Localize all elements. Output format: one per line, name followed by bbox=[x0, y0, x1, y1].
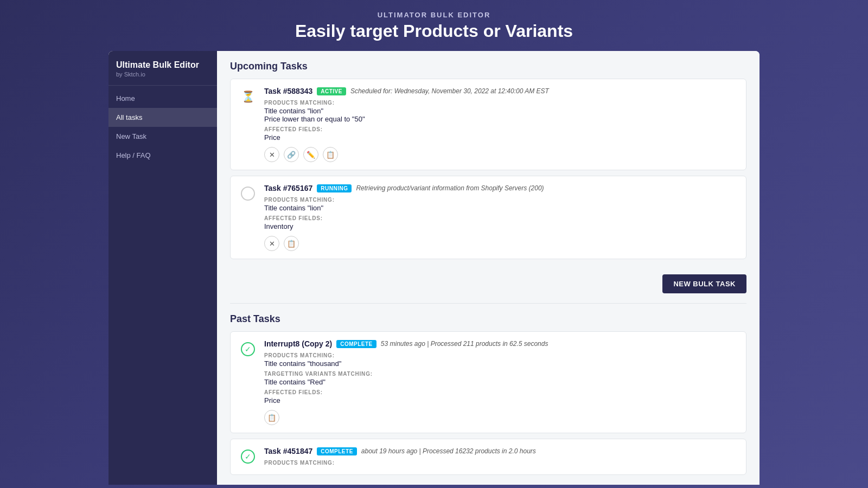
products-matching-val2-588343: Price lower than or equal to "50" bbox=[264, 115, 737, 123]
products-matching-label-588343: PRODUCTS MATCHING: bbox=[264, 100, 737, 106]
sidebar-logo: Ultimate Bulk Editor by Sktch.io bbox=[108, 51, 217, 86]
task-body-interrupt8: Interrupt8 (Copy 2) COMPLETE 53 minutes … bbox=[264, 339, 737, 425]
task-actions-765167: ✕ 📋 bbox=[264, 236, 737, 251]
task-actions-interrupt8: 📋 bbox=[264, 410, 737, 425]
task-icon-588343: ⏳ bbox=[239, 88, 257, 105]
task-meta-interrupt8: 53 minutes ago | Processed 211 products … bbox=[381, 340, 548, 348]
copy-button-588343[interactable]: 📋 bbox=[323, 147, 338, 162]
task-body-588343: Task #588343 ACTIVE Scheduled for: Wedne… bbox=[264, 87, 737, 162]
task-icon-451847: ✓ bbox=[239, 448, 257, 465]
task-badge-interrupt8: COMPLETE bbox=[336, 340, 376, 348]
sidebar-item-all-tasks[interactable]: All tasks bbox=[108, 108, 217, 127]
affected-fields-val-588343: Price bbox=[264, 133, 737, 142]
check-circle-icon-interrupt8: ✓ bbox=[241, 342, 255, 356]
page-wrapper: ULTIMATOR BULK EDITOR Easily target Prod… bbox=[0, 0, 868, 485]
task-label-588343: Task #588343 bbox=[264, 87, 312, 95]
sidebar-item-help-faq[interactable]: Help / FAQ bbox=[108, 146, 217, 165]
upcoming-tasks-section: Upcoming Tasks ⏳ Task #588343 ACTIVE Sch… bbox=[217, 51, 760, 269]
logo-sub: by Sktch.io bbox=[116, 71, 209, 78]
sidebar-item-home[interactable]: Home bbox=[108, 89, 217, 108]
app-name: ULTIMATOR BULK EDITOR bbox=[0, 11, 868, 19]
products-matching-label-451847: PRODUCTS MATCHING: bbox=[264, 460, 737, 466]
task-icon-765167 bbox=[239, 185, 257, 202]
affected-fields-label-588343: AFFECTED FIELDS: bbox=[264, 126, 737, 132]
task-card-interrupt8: ✓ Interrupt8 (Copy 2) COMPLETE 53 minute… bbox=[230, 331, 746, 433]
past-tasks-section: Past Tasks ✓ Interrupt8 (Copy 2) COMPLET… bbox=[217, 304, 760, 485]
affected-fields-label-765167: AFFECTED FIELDS: bbox=[264, 215, 737, 221]
link-button-588343[interactable]: 🔗 bbox=[284, 147, 299, 162]
products-matching-val-765167: Title contains "lion" bbox=[264, 204, 737, 212]
content-area: Upcoming Tasks ⏳ Task #588343 ACTIVE Sch… bbox=[217, 51, 760, 485]
task-meta-765167: Retrieving product/variant information f… bbox=[356, 184, 544, 192]
cancel-button-588343[interactable]: ✕ bbox=[264, 147, 279, 162]
past-tasks-title: Past Tasks bbox=[230, 313, 746, 325]
task-badge-451847: COMPLETE bbox=[317, 447, 357, 455]
cancel-button-765167[interactable]: ✕ bbox=[264, 236, 279, 251]
new-bulk-task-button[interactable]: NEW BULK TASK bbox=[662, 274, 746, 293]
task-label-interrupt8: Interrupt8 (Copy 2) bbox=[264, 339, 332, 348]
task-header-765167: Task #765167 RUNNING Retrieving product/… bbox=[264, 184, 737, 192]
targeting-variants-label-interrupt8: TARGETTING VARIANTS MATCHING: bbox=[264, 371, 737, 377]
sidebar-nav: Home All tasks New Task Help / FAQ bbox=[108, 86, 217, 165]
copy-button-interrupt8[interactable]: 📋 bbox=[264, 410, 279, 425]
task-icon-interrupt8: ✓ bbox=[239, 341, 257, 358]
task-body-451847: Task #451847 COMPLETE about 19 hours ago… bbox=[264, 447, 737, 467]
hourglass-icon: ⏳ bbox=[241, 90, 255, 103]
sidebar-item-new-task[interactable]: New Task bbox=[108, 127, 217, 146]
copy-button-765167[interactable]: 📋 bbox=[284, 236, 299, 251]
task-meta-588343: Scheduled for: Wednesday, November 30, 2… bbox=[350, 87, 549, 95]
products-matching-label-interrupt8: PRODUCTS MATCHING: bbox=[264, 352, 737, 358]
affected-fields-label-interrupt8: AFFECTED FIELDS: bbox=[264, 389, 737, 395]
logo-title: Ultimate Bulk Editor bbox=[116, 60, 209, 70]
task-meta-451847: about 19 hours ago | Processed 16232 pro… bbox=[361, 447, 536, 455]
products-matching-val1-588343: Title contains "lion" bbox=[264, 107, 737, 115]
products-matching-val-interrupt8: Title contains "thousand" bbox=[264, 359, 737, 368]
task-card-765167: Task #765167 RUNNING Retrieving product/… bbox=[230, 176, 746, 259]
task-badge-588343: ACTIVE bbox=[317, 87, 346, 95]
check-circle-icon-451847: ✓ bbox=[241, 450, 255, 464]
affected-fields-val-interrupt8: Price bbox=[264, 396, 737, 404]
page-header: ULTIMATOR BULK EDITOR Easily target Prod… bbox=[0, 0, 868, 51]
task-header-interrupt8: Interrupt8 (Copy 2) COMPLETE 53 minutes … bbox=[264, 339, 737, 348]
task-card-451847: ✓ Task #451847 COMPLETE about 19 hours a… bbox=[230, 439, 746, 475]
page-tagline: Easily target Products or Variants bbox=[0, 21, 868, 41]
task-label-451847: Task #451847 bbox=[264, 447, 312, 455]
task-badge-765167: RUNNING bbox=[317, 184, 352, 192]
products-matching-label-765167: PRODUCTS MATCHING: bbox=[264, 197, 737, 203]
main-container: Ultimate Bulk Editor by Sktch.io Home Al… bbox=[108, 51, 760, 485]
upcoming-tasks-title: Upcoming Tasks bbox=[230, 61, 746, 72]
sidebar: Ultimate Bulk Editor by Sktch.io Home Al… bbox=[108, 51, 217, 485]
task-header-451847: Task #451847 COMPLETE about 19 hours ago… bbox=[264, 447, 737, 455]
affected-fields-val-765167: Inventory bbox=[264, 222, 737, 230]
task-card-588343: ⏳ Task #588343 ACTIVE Scheduled for: Wed… bbox=[230, 79, 746, 170]
task-label-765167: Task #765167 bbox=[264, 184, 312, 192]
targeting-variants-val-interrupt8: Title contains "Red" bbox=[264, 378, 737, 386]
task-header-588343: Task #588343 ACTIVE Scheduled for: Wedne… bbox=[264, 87, 737, 95]
task-body-765167: Task #765167 RUNNING Retrieving product/… bbox=[264, 184, 737, 251]
circle-icon-765167 bbox=[241, 187, 255, 201]
task-actions-588343: ✕ 🔗 ✏️ 📋 bbox=[264, 147, 737, 162]
edit-button-588343[interactable]: ✏️ bbox=[303, 147, 318, 162]
new-task-row: NEW BULK TASK bbox=[217, 269, 760, 303]
